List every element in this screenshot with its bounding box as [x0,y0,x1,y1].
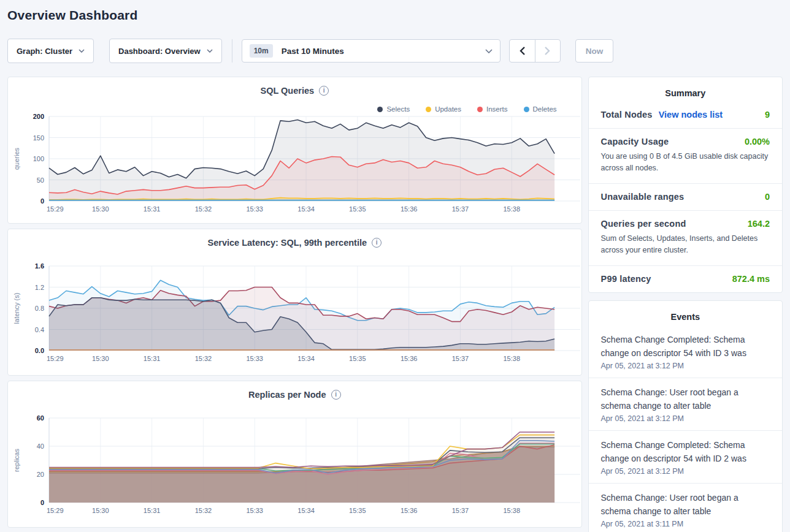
svg-text:15:32: 15:32 [195,355,212,362]
event-text: Schema Change Completed: Schema change o… [601,438,770,465]
event-text: Schema Change Completed: Schema change o… [601,333,770,360]
svg-text:40: 40 [37,443,44,450]
info-icon[interactable]: i [319,86,329,96]
svg-text:15:30: 15:30 [92,355,109,362]
svg-text:15:38: 15:38 [503,205,520,213]
svg-text:queries: queries [13,147,20,170]
svg-text:15:30: 15:30 [92,205,109,213]
summary-metric-value: 164.2 [748,219,770,229]
chevron-down-icon [485,49,493,53]
dashboard-dropdown-label: Dashboard: Overview [118,47,201,56]
info-icon[interactable]: i [331,390,341,400]
svg-text:15:37: 15:37 [452,355,469,362]
svg-text:15:29: 15:29 [47,507,64,514]
event-item: Schema Change: User root began a schema … [589,378,782,431]
main-content: SQL QueriesiSelectsUpdatesInsertsDeletes… [7,77,783,532]
summary-metric-value: 872.4 ms [732,274,770,284]
toolbar-divider [232,39,232,63]
svg-text:15:35: 15:35 [349,507,366,514]
svg-text:20: 20 [37,471,44,478]
summary-title: Summary [589,77,782,102]
graph-dropdown[interactable]: Graph: Cluster [7,39,94,63]
svg-text:1.2: 1.2 [35,284,44,291]
summary-metric-description: Sum of Selects, Updates, Inserts, and De… [601,233,770,257]
svg-text:15:34: 15:34 [297,205,315,213]
chart-card-3: Replicas per Nodei15:2915:3015:3115:3215… [7,381,582,528]
svg-text:15:35: 15:35 [349,355,366,362]
svg-text:0.4: 0.4 [35,326,44,333]
chevron-right-icon [545,47,550,55]
chart-plot-area[interactable]: 15:2915:3015:3115:3215:3315:3415:3515:36… [9,261,585,370]
time-range-label: Past 10 Minutes [282,47,485,56]
time-range-badge: 10m [250,44,273,58]
summary-row: Unavailable ranges0 [589,184,782,211]
charts-column: SQL QueriesiSelectsUpdatesInsertsDeletes… [7,77,582,528]
svg-text:15:38: 15:38 [503,507,520,514]
svg-text:15:35: 15:35 [349,205,366,213]
view-nodes-list-link[interactable]: View nodes list [659,110,723,120]
svg-text:15:37: 15:37 [452,205,469,213]
svg-text:15:31: 15:31 [144,355,161,362]
chart-title: SQL Queries [260,86,314,96]
prev-time-button[interactable] [510,40,535,62]
svg-text:latency (s): latency (s) [13,293,20,324]
event-item: Schema Change: User root began a schema … [589,484,782,532]
chevron-left-icon [520,47,525,55]
svg-text:50: 50 [37,177,44,184]
event-text: Schema Change: User root began a schema … [601,491,770,518]
page-title: Overview Dashboard [0,0,790,23]
summary-row: P99 latency872.4 ms [589,266,782,292]
svg-text:1.6: 1.6 [35,262,44,270]
summary-metric-value: 0.00% [745,137,770,146]
sidebar-column: Summary Total NodesView nodes list9Capac… [588,77,783,532]
event-timestamp: Apr 05, 2021 at 3:12 PM [601,467,770,476]
summary-row: Total NodesView nodes list9 [589,102,782,129]
next-time-button[interactable] [535,40,560,62]
summary-panel: Summary Total NodesView nodes list9Capac… [588,77,783,293]
svg-text:15:33: 15:33 [246,355,263,362]
svg-text:200: 200 [33,113,44,120]
event-timestamp: Apr 05, 2021 at 3:11 PM [601,520,770,528]
svg-text:0: 0 [40,499,44,506]
event-list: Schema Change Completed: Schema change o… [589,325,782,532]
chart-title: Replicas per Node [248,390,326,400]
time-step-buttons [509,39,561,63]
toolbar: Graph: Cluster Dashboard: Overview 10m P… [7,39,790,63]
time-range-select[interactable]: 10m Past 10 Minutes [242,39,500,63]
events-title: Events [589,301,782,325]
summary-metric-description: You are using 0 B of 4.5 GiB usable disk… [601,151,770,175]
svg-text:15:30: 15:30 [92,507,109,514]
svg-text:15:33: 15:33 [246,205,263,213]
chart-plot-area[interactable]: 15:2915:3015:3115:3215:3315:3415:3515:36… [9,413,585,522]
svg-text:0.8: 0.8 [35,305,44,312]
svg-text:15:33: 15:33 [246,507,263,514]
svg-text:15:36: 15:36 [401,507,418,514]
chart-card-1: SQL QueriesiSelectsUpdatesInsertsDeletes… [7,77,582,224]
info-icon[interactable]: i [372,238,382,248]
svg-text:15:31: 15:31 [144,205,161,213]
svg-text:15:29: 15:29 [47,355,64,362]
svg-text:15:32: 15:32 [195,205,212,213]
event-text: Schema Change: User root began a schema … [601,386,770,412]
chart-plot-area[interactable]: 15:2915:3015:3115:3215:3315:3415:3515:36… [9,112,585,221]
summary-row: Capacity Usage0.00%You are using 0 B of … [589,129,782,184]
event-item: Schema Change Completed: Schema change o… [589,325,782,378]
svg-text:15:37: 15:37 [452,507,469,514]
svg-text:150: 150 [33,134,44,142]
now-button[interactable]: Now [575,39,614,63]
svg-text:replicas: replicas [13,449,20,472]
chevron-down-icon [79,49,85,53]
chart-card-2: Service Latency: SQL, 99th percentilei15… [7,229,582,376]
dashboard-dropdown[interactable]: Dashboard: Overview [109,39,222,63]
summary-metric-label: P99 latency [601,274,651,284]
event-timestamp: Apr 05, 2021 at 3:12 PM [601,362,770,370]
svg-text:0.0: 0.0 [35,347,44,354]
summary-metric-label: Queries per second [601,219,686,229]
svg-text:15:36: 15:36 [401,205,418,213]
svg-text:0: 0 [40,197,44,205]
summary-row: Queries per second164.2Sum of Selects, U… [589,211,782,266]
summary-metric-label: Capacity Usage [601,137,669,146]
svg-text:15:29: 15:29 [47,205,64,213]
summary-metric-label: Unavailable ranges [601,192,685,202]
event-timestamp: Apr 05, 2021 at 3:12 PM [601,414,770,423]
